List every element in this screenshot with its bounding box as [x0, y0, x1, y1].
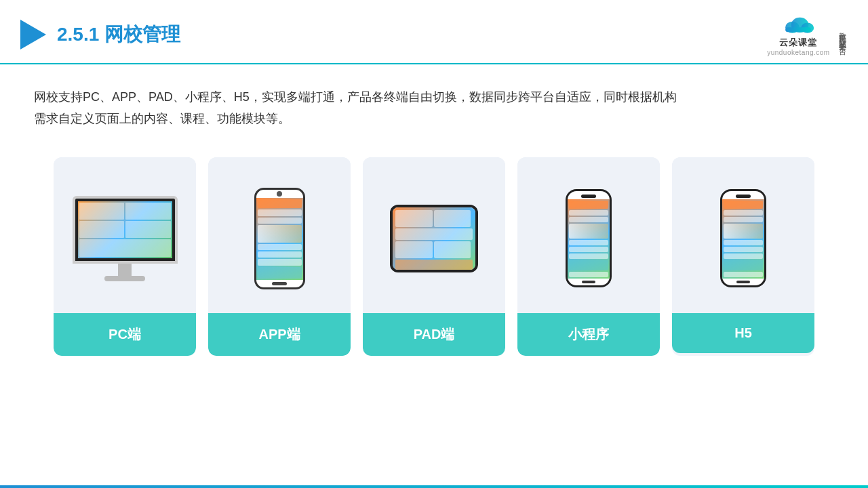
card-miniapp-image: [517, 157, 660, 313]
card-h5: H5: [672, 157, 814, 356]
header: 2.5.1 网校管理 云朵课堂 yunduoketang.com: [0, 0, 868, 64]
cloud-icon: [781, 12, 816, 37]
card-miniapp: 小程序: [517, 157, 660, 356]
logo-area: 云朵课堂 yunduoketang.com 教育机构一站式服务云平台: [767, 12, 848, 56]
miniapp-phone-device: [566, 189, 612, 287]
card-app-image: [208, 157, 351, 313]
monitor-device: [73, 196, 178, 281]
card-miniapp-label: 小程序: [517, 313, 660, 356]
card-pc-label: PC端: [54, 313, 196, 356]
card-h5-label: H5: [672, 313, 814, 353]
card-h5-image: [672, 157, 814, 313]
logo-text: 云朵课堂 yunduoketang.com: [767, 37, 830, 56]
header-left: 2.5.1 网校管理: [20, 20, 180, 49]
play-icon: [20, 20, 46, 49]
page-title: 2.5.1 网校管理: [57, 22, 180, 47]
description-area: 网校支持PC、APP、PAD、小程序、H5，实现多端打通，产品各终端自由切换，数…: [0, 64, 868, 144]
card-pad-label: PAD端: [363, 313, 505, 356]
card-app: APP端: [208, 157, 351, 356]
logo-name: 云朵课堂: [767, 37, 830, 49]
card-pad-image: [363, 157, 505, 313]
card-pc-image: [54, 157, 196, 313]
card-app-label: APP端: [208, 313, 351, 356]
bottom-bar: [0, 485, 868, 488]
card-pad: PAD端: [363, 157, 505, 356]
cloud-logo: 云朵课堂 yunduoketang.com: [767, 12, 830, 56]
card-pc: PC端: [54, 157, 196, 356]
description-line2: 需求自定义页面上的内容、课程、功能模块等。: [34, 108, 834, 129]
h5-phone-device: [720, 189, 766, 287]
title-main: 网校管理: [104, 24, 180, 45]
tablet-device: [390, 205, 478, 272]
logo-url: yunduoketang.com: [767, 49, 830, 56]
app-phone-device: [254, 188, 305, 289]
title-prefix: 2.5.1: [57, 24, 99, 45]
logo-tagline: 教育机构一站式服务云平台: [838, 26, 848, 43]
cards-section: PC端 APP端: [0, 144, 868, 369]
svg-rect-3: [786, 27, 812, 32]
description-line1: 网校支持PC、APP、PAD、小程序、H5，实现多端打通，产品各终端自由切换，数…: [34, 86, 834, 108]
